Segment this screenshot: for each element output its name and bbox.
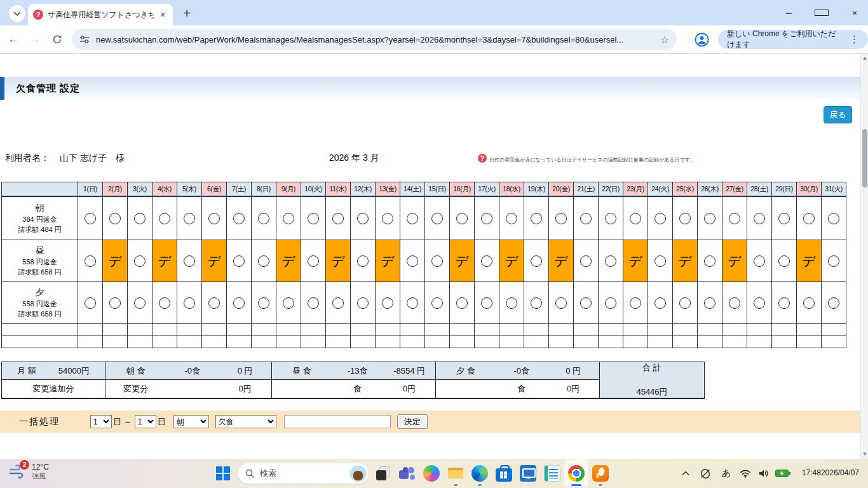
meal-toggle-noon-31[interactable] [828,255,839,267]
meal-toggle-morning-13[interactable] [382,213,393,224]
meal-toggle-morning-31[interactable] [828,213,839,224]
de-mark-noon-6[interactable]: デ [202,240,227,282]
meal-toggle-morning-14[interactable] [407,213,418,224]
page-scrollbar[interactable]: ▲ ▼ [860,54,868,459]
meal-toggle-noon-12[interactable] [357,255,369,267]
de-mark-noon-30[interactable]: デ [797,240,822,282]
batch-day-from-select[interactable]: 1 [90,415,112,428]
window-maximize-button[interactable] [815,8,829,18]
meal-toggle-noon-19[interactable] [531,255,542,267]
meal-toggle-noon-15[interactable] [431,255,443,267]
meal-toggle-evening-11[interactable] [332,297,344,309]
meal-toggle-morning-18[interactable] [506,213,517,224]
de-mark-noon-25[interactable]: デ [673,240,698,282]
taskbar-app-copilot[interactable] [419,459,444,487]
taskbar-app-glove-app[interactable] [588,459,613,487]
battery-charging-icon[interactable] [773,470,793,477]
meal-toggle-noon-14[interactable] [407,255,418,267]
meal-toggle-evening-8[interactable] [258,297,269,309]
meal-toggle-evening-29[interactable] [778,297,790,309]
meal-toggle-evening-13[interactable] [382,297,393,309]
meal-toggle-noon-22[interactable] [605,255,616,267]
tab-search-button[interactable] [9,5,25,22]
de-mark-noon-4[interactable]: デ [153,240,177,282]
taskbar-app-task-view[interactable] [371,459,395,487]
meal-toggle-morning-19[interactable] [531,213,542,224]
batch-submit-button[interactable]: 決定 [397,414,428,429]
bookmark-star-icon[interactable]: ☆ [660,34,669,46]
search-highlight-beaver-icon[interactable] [349,465,367,482]
meal-toggle-morning-24[interactable] [654,213,666,224]
meal-toggle-evening-7[interactable] [233,297,245,309]
meal-toggle-noon-1[interactable] [85,255,96,267]
meal-toggle-noon-10[interactable] [308,255,319,267]
meal-toggle-evening-2[interactable] [109,297,121,309]
meal-toggle-noon-8[interactable] [258,255,269,267]
meal-toggle-noon-28[interactable] [754,255,765,267]
speaker-icon[interactable] [755,469,773,478]
meal-toggle-morning-2[interactable] [109,213,121,224]
meal-toggle-morning-7[interactable] [233,213,245,224]
meal-toggle-noon-24[interactable] [654,255,666,267]
meal-toggle-noon-5[interactable] [184,255,195,267]
meal-toggle-morning-17[interactable] [481,213,492,224]
meal-toggle-evening-1[interactable] [85,297,96,309]
back-nav-button[interactable]: ← [5,30,22,49]
meal-toggle-morning-28[interactable] [754,213,765,224]
de-mark-noon-27[interactable]: デ [722,240,747,282]
meal-toggle-morning-8[interactable] [258,213,269,224]
meal-toggle-noon-3[interactable] [134,255,146,267]
meal-toggle-morning-16[interactable] [456,213,468,224]
meal-toggle-noon-7[interactable] [233,255,245,267]
meal-toggle-evening-24[interactable] [654,297,666,309]
url-bar[interactable]: new.satsukichan.com/web/PaperWork/Mealsm… [72,29,677,50]
meal-toggle-noon-29[interactable] [778,255,790,267]
meal-toggle-morning-25[interactable] [679,213,691,224]
taskbar-app-remote-desktop[interactable] [516,459,540,487]
meal-toggle-evening-4[interactable] [159,297,170,309]
meal-toggle-evening-5[interactable] [184,297,195,309]
meal-toggle-morning-4[interactable] [159,213,170,224]
meal-toggle-evening-28[interactable] [754,297,765,309]
meal-toggle-noon-17[interactable] [481,255,492,267]
start-button[interactable] [212,463,234,484]
meal-toggle-morning-29[interactable] [778,213,790,224]
page-back-button[interactable]: 戻る [824,106,852,123]
profile-avatar[interactable] [695,32,709,47]
browser-menu-icon[interactable]: ⋮ [847,34,862,45]
clock[interactable]: 17:48 2026/04/07 [802,468,859,478]
forward-nav-button[interactable]: → [27,30,43,49]
meal-toggle-morning-5[interactable] [184,213,195,224]
taskbar-app-chrome[interactable] [564,459,588,487]
tray-chevron-up-icon[interactable] [676,471,695,476]
meal-toggle-morning-9[interactable] [283,213,294,224]
meal-toggle-morning-21[interactable] [580,213,592,224]
scrollbar-thumb[interactable] [862,129,867,187]
meal-toggle-evening-31[interactable] [828,297,839,309]
meal-toggle-morning-12[interactable] [357,213,369,224]
de-mark-noon-20[interactable]: デ [549,240,574,282]
meal-toggle-morning-23[interactable] [630,213,641,224]
meal-toggle-evening-3[interactable] [134,297,146,309]
taskbar-search[interactable]: 検索 [238,463,369,484]
new-tab-button[interactable]: + [179,6,194,21]
taskbar-app-store[interactable] [492,459,516,487]
meal-toggle-evening-10[interactable] [308,297,319,309]
meal-toggle-morning-20[interactable] [555,213,567,224]
meal-toggle-morning-10[interactable] [308,213,319,224]
meal-toggle-evening-15[interactable] [431,297,443,309]
window-minimize-button[interactable]: ─ [782,8,796,18]
meal-toggle-evening-16[interactable] [456,297,468,309]
meal-toggle-morning-27[interactable] [729,213,740,224]
reload-button[interactable] [49,30,65,49]
meal-toggle-evening-27[interactable] [729,297,740,309]
window-close-button[interactable]: × [848,8,862,18]
meal-toggle-morning-3[interactable] [134,213,146,224]
de-mark-noon-9[interactable]: デ [276,240,301,282]
ime-indicator[interactable]: あ [717,468,736,479]
batch-action-select[interactable]: 欠食 [215,415,276,428]
scroll-up-arrow-icon[interactable]: ▲ [861,54,868,63]
de-mark-noon-23[interactable]: デ [623,240,648,282]
meal-toggle-evening-26[interactable] [704,297,715,309]
meal-toggle-morning-22[interactable] [605,213,616,224]
